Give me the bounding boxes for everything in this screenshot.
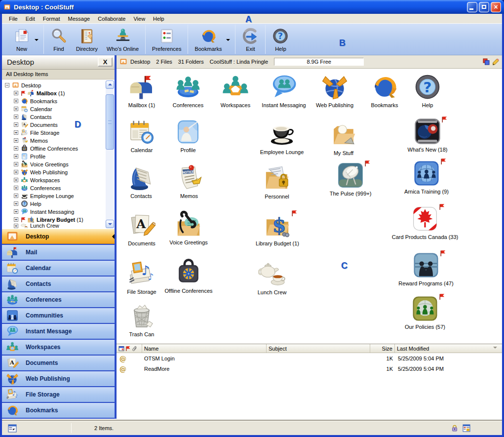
expand-icon[interactable]: + bbox=[14, 91, 18, 95]
close-button[interactable]: × bbox=[491, 2, 501, 12]
column-header-last-modified[interactable]: Last Modified bbox=[395, 344, 502, 353]
flag-column-icon[interactable] bbox=[125, 346, 131, 352]
desktop-item-arnica-training-9-[interactable]: Arnica Training (9) bbox=[389, 159, 464, 195]
scroll-up-button[interactable] bbox=[106, 80, 114, 89]
column-header-subject[interactable]: Subject bbox=[267, 344, 370, 353]
tree-item-employee-lounge[interactable]: +Employee Lounge bbox=[2, 192, 115, 200]
sidebar-item-desktop[interactable]: Desktop bbox=[2, 229, 115, 244]
tree-item-file-storage[interactable]: +♪♪File Storage bbox=[2, 129, 115, 137]
preferences-button[interactable]: Preferences bbox=[148, 24, 186, 55]
expand-icon[interactable]: + bbox=[14, 107, 18, 111]
dropdown-arrow-icon[interactable] bbox=[35, 39, 39, 43]
expand-icon[interactable]: + bbox=[14, 146, 18, 151]
tree-item-voice-greetings[interactable]: +Voice Greetings bbox=[2, 160, 115, 168]
desktop-item-the-pulse-999-[interactable]: The Pulse (999+) bbox=[313, 161, 388, 197]
desktop-item-lunch-crew[interactable]: Lunch Crew bbox=[235, 260, 309, 296]
sidebar-item-workspaces[interactable]: Workspaces bbox=[2, 340, 115, 355]
sidebar-item-communities[interactable]: Communities bbox=[2, 308, 115, 323]
tree-item-instant-messaging[interactable]: +Instant Messaging bbox=[2, 208, 115, 216]
tree-item-library-budget[interactable]: +$Library Budget (1) bbox=[2, 216, 115, 224]
tree-item-lunch-crew[interactable]: +Lunch Crew bbox=[2, 224, 115, 228]
sidebar-item-conferences[interactable]: Conferences bbox=[2, 292, 115, 307]
expand-icon[interactable]: + bbox=[14, 178, 18, 182]
sort-arrow-icon[interactable] bbox=[493, 347, 497, 351]
sidebar-item-contacts[interactable]: Contacts bbox=[2, 277, 115, 291]
sidebar-item-file-storage[interactable]: ♪♪File Storage bbox=[2, 387, 115, 402]
tree-item-web-publishing[interactable]: +Web Publishing bbox=[2, 168, 115, 176]
desktop-item-library-budget-1-[interactable]: $Library Budget (1) bbox=[240, 211, 314, 247]
attachment-column-icon[interactable] bbox=[132, 346, 137, 352]
scroll-down-button[interactable] bbox=[106, 220, 114, 228]
expand-icon[interactable]: + bbox=[14, 217, 18, 222]
sidebar-item-bookmarks[interactable]: Bookmarks bbox=[2, 403, 115, 418]
menu-item-format[interactable]: Format bbox=[39, 15, 64, 23]
menu-item-file[interactable]: File bbox=[5, 15, 22, 23]
maximize-button[interactable] bbox=[479, 2, 489, 12]
panel-close-button[interactable]: X bbox=[98, 57, 113, 67]
find-button[interactable]: Find bbox=[46, 24, 72, 55]
expand-icon[interactable]: + bbox=[14, 209, 18, 214]
file-list-header[interactable]: Name Subject Size Last Modified bbox=[116, 344, 502, 353]
tree-scrollbar[interactable] bbox=[106, 80, 114, 228]
tree-item-desktop[interactable]: −Desktop bbox=[2, 81, 115, 89]
tree-item-profile[interactable]: +Profile bbox=[2, 153, 115, 160]
expand-icon[interactable]: + bbox=[14, 115, 18, 119]
sidebar-item-web-publishing[interactable]: Web Publishing bbox=[2, 371, 115, 386]
menu-item-message[interactable]: Message bbox=[64, 15, 94, 23]
tree-item-workspaces[interactable]: +Workspaces bbox=[2, 176, 115, 184]
tree-item-offline-conferences[interactable]: +Offline Conferences bbox=[2, 145, 115, 153]
scroll-thumb[interactable] bbox=[106, 94, 114, 150]
who-s-online-button[interactable]: Who's Online bbox=[102, 24, 143, 55]
column-header-name[interactable]: Name bbox=[142, 344, 267, 353]
expand-icon[interactable]: + bbox=[14, 99, 18, 103]
desktop-item-reward-programs-47-[interactable]: Reward Programs (47) bbox=[389, 251, 463, 287]
sidebar-item-instant-message[interactable]: Instant Message bbox=[2, 324, 115, 339]
menu-item-collaborate[interactable]: Collaborate bbox=[94, 15, 129, 23]
expand-icon[interactable]: + bbox=[14, 224, 18, 228]
tree-item-conferences[interactable]: +Conferences bbox=[2, 184, 115, 192]
arrange-icon[interactable] bbox=[483, 58, 490, 65]
titlebar[interactable]: Desktop : CoolStuff × bbox=[0, 0, 504, 14]
tree-item-mailbox[interactable]: +Mailbox (1) bbox=[2, 89, 115, 97]
desktop-item-voice-greetings[interactable]: Voice Greetings bbox=[152, 210, 226, 246]
desktop-item-trash-can[interactable]: Trash Can bbox=[116, 302, 179, 338]
dropdown-arrow-icon[interactable] bbox=[226, 39, 230, 43]
file-row[interactable]: @OTSM Login1K5/25/2009 5:04 PM bbox=[116, 353, 502, 363]
collapse-icon[interactable]: − bbox=[5, 83, 9, 87]
directory-button[interactable]: Directory bbox=[72, 24, 102, 55]
desktop-item-our-policies-57-[interactable]: Our Policies (57) bbox=[388, 295, 462, 330]
new-button[interactable]: New bbox=[9, 24, 35, 55]
view-properties-icon[interactable] bbox=[463, 424, 470, 432]
minimize-button[interactable] bbox=[467, 2, 477, 12]
tree-item-help[interactable]: +?Help bbox=[2, 200, 115, 208]
expand-icon[interactable]: + bbox=[14, 170, 18, 174]
help-button[interactable]: ?Help bbox=[268, 24, 293, 55]
tree-item-contacts[interactable]: +Contacts bbox=[2, 113, 115, 121]
file-row[interactable]: @ReadMore1K5/25/2009 5:04 PM bbox=[116, 363, 502, 374]
desktop-item-profile[interactable]: Profile bbox=[151, 118, 225, 154]
expand-icon[interactable]: + bbox=[14, 201, 18, 206]
desktop-item-memos[interactable]: NOTICEMemos bbox=[152, 164, 226, 199]
tree-item-calendar[interactable]: +Calendar bbox=[2, 105, 115, 113]
column-header-size[interactable]: Size bbox=[370, 344, 395, 353]
desktop-item-card-products-canada-33-[interactable]: Card Products Canada (33) bbox=[388, 205, 462, 240]
expand-icon[interactable]: + bbox=[14, 162, 18, 166]
desktop-item-help[interactable]: ?Help bbox=[390, 73, 465, 109]
desktop-item-my-stuff[interactable]: My Stuff bbox=[307, 121, 381, 157]
exit-button[interactable]: Exit bbox=[237, 24, 263, 55]
item-type-column-icon[interactable] bbox=[118, 346, 124, 352]
sidebar-item-calendar[interactable]: Calendar bbox=[2, 261, 115, 276]
toggle-panel-icon[interactable] bbox=[8, 424, 17, 433]
desktop-item-personnel[interactable]: Personnel bbox=[240, 164, 314, 200]
sidebar-item-mail[interactable]: Mail bbox=[2, 245, 115, 260]
desktop-item-what-s-new-18-[interactable]: What's New (18) bbox=[390, 118, 465, 153]
edit-pencil-icon[interactable] bbox=[493, 58, 499, 65]
menu-item-edit[interactable]: Edit bbox=[22, 15, 39, 23]
menu-item-view[interactable]: View bbox=[129, 15, 149, 23]
menu-item-help[interactable]: Help bbox=[149, 15, 168, 23]
expand-icon[interactable]: + bbox=[14, 130, 18, 135]
expand-icon[interactable]: + bbox=[14, 186, 18, 190]
bookmarks-button[interactable]: Bookmarks bbox=[190, 24, 226, 55]
expand-icon[interactable]: + bbox=[14, 154, 18, 159]
expand-icon[interactable]: + bbox=[14, 194, 18, 198]
